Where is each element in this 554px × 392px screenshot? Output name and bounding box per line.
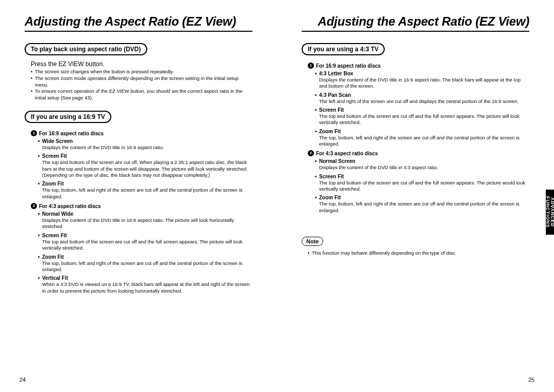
mode-item: •Screen FitThe top and bottom of the scr… (38, 232, 252, 252)
group-head: 1 For 16:9 aspect ratio discs (31, 130, 252, 137)
title-rule (25, 31, 252, 32)
intro-bullet: •The screen zoom mode operates different… (31, 75, 252, 89)
page-right: Adjusting the Aspect Ratio (EZ View) If … (277, 0, 554, 392)
box-16-9-label: If you are using a 16:9 TV (25, 111, 111, 123)
page-title-left: Adjusting the Aspect Ratio (EZ View) (25, 14, 252, 29)
intro-bullet: •To ensure correct operation of the EZ V… (31, 88, 252, 101)
circled-number-icon: 1 (308, 63, 314, 69)
note-label: Note (302, 237, 323, 246)
section-4-3-tv: If you are using a 4:3 TV 1 For 16:9 asp… (302, 43, 529, 214)
intro-bullets: •The screen size changes when the button… (31, 69, 252, 101)
box-4-3-label: If you are using a 4:3 TV (302, 43, 385, 55)
mode-item: •Screen FitThe top and bottom of the scr… (38, 153, 252, 178)
mode-item: •Vertical FitWhen a 4:3 DVD is viewed on… (38, 275, 252, 294)
page-title-right: Adjusting the Aspect Ratio (EZ View) (302, 14, 529, 29)
mode-item: •Screen FitThe top and bottom of the scr… (315, 107, 529, 126)
section-note: Note •This function may behave different… (302, 236, 529, 256)
page-number-left: 24 (19, 377, 26, 383)
mode-item: •4:3 Pan ScanThe left and right of the s… (315, 92, 529, 105)
group-4-3-discs-r: 2 For 4:3 aspect ratio discs •Normal Scr… (308, 150, 529, 214)
circled-number-icon: 2 (308, 150, 314, 156)
mode-item: •Zoom FitThe top, bottom, left and right… (315, 194, 529, 214)
circled-number-icon: 1 (31, 130, 37, 136)
page-spread: Adjusting the Aspect Ratio (EZ View) To … (0, 0, 554, 392)
mode-item: •Normal WideDisplays the content of the … (38, 211, 252, 230)
section-16-9: If you are using a 16:9 TV 1 For 16:9 as… (25, 111, 252, 294)
mode-item: •Zoom FitThe top, bottom, left and right… (38, 180, 252, 200)
mode-item: •Screen FitThe top and bottom of the scr… (315, 173, 529, 193)
group-head: 1 For 16:9 aspect ratio discs (308, 63, 529, 69)
group-head: 2 For 4:3 aspect ratio discs (308, 150, 529, 157)
mode-item: •Zoom FitThe top, bottom, left and right… (315, 128, 529, 148)
intro-bullet: •The screen size changes when the button… (31, 69, 252, 75)
mode-item: •Zoom FitThe top, bottom, left and right… (38, 254, 252, 273)
mode-item: •4:3 Letter BoxDisplays the content of t… (315, 70, 529, 90)
note-bullet: •This function may behave differently de… (308, 250, 529, 256)
title-rule (302, 31, 529, 32)
page-left: Adjusting the Aspect Ratio (EZ View) To … (0, 0, 277, 392)
group-16-9-discs: 1 For 16:9 aspect ratio discs •Wide Scre… (31, 130, 252, 200)
section-playback: To play back using aspect ratio (DVD) Pr… (25, 43, 252, 101)
group-head: 2 For 4:3 aspect ratio discs (31, 203, 252, 210)
page-number-right: 25 (528, 377, 535, 383)
intro-text: Press the EZ VIEW button. (31, 60, 252, 68)
mode-item: •Wide ScreenDisplays the content of the … (38, 138, 252, 151)
mode-item: •Normal ScreenDisplays the content of th… (315, 158, 529, 171)
side-tab-advanced-functions: ADVANCED FUNCTIONS (546, 190, 554, 235)
box-playback-label: To play back using aspect ratio (DVD) (25, 43, 147, 55)
group-16-9-discs-r: 1 For 16:9 aspect ratio discs •4:3 Lette… (308, 63, 529, 147)
circled-number-icon: 2 (31, 203, 37, 209)
group-4-3-discs: 2 For 4:3 aspect ratio discs •Normal Wid… (31, 203, 252, 294)
